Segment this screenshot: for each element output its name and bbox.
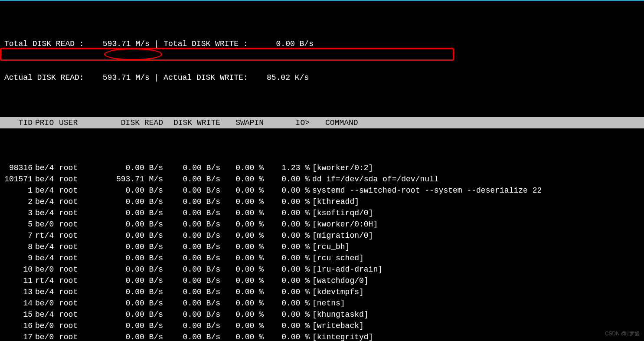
cell-user: root xyxy=(59,207,89,219)
cell-tid: 10 xyxy=(0,264,33,275)
cell-tid: 98316 xyxy=(0,162,33,174)
cell-user: root xyxy=(59,241,89,252)
cell-prio: be/0 xyxy=(33,298,59,309)
cell-tid: 15 xyxy=(0,309,33,320)
cell-dw: 0.00 B/s xyxy=(168,286,225,298)
cell-cmd: [kthreadd] xyxy=(312,196,644,207)
cell-sw: 0.00 % xyxy=(225,207,266,219)
cell-dw: 0.00 B/s xyxy=(168,230,225,241)
process-row: 3be/4root0.00 B/s0.00 B/s0.00 %0.00 %[ks… xyxy=(0,207,644,219)
total-write-value: 0.00 B/s xyxy=(253,38,314,49)
cell-sw: 0.00 % xyxy=(225,264,266,275)
cell-prio: be/4 xyxy=(33,162,59,174)
actual-read-label: Actual DISK READ: xyxy=(0,72,88,83)
cell-user: root xyxy=(59,320,89,331)
cell-sw: 0.00 % xyxy=(225,241,266,252)
cell-prio: be/4 xyxy=(33,252,59,264)
cell-user: root xyxy=(59,309,89,320)
cell-user: root xyxy=(59,331,89,341)
cell-io: 0.00 % xyxy=(266,309,312,320)
cell-prio: be/4 xyxy=(33,286,59,298)
col-prio: PRIO xyxy=(33,117,59,128)
cell-sw: 0.00 % xyxy=(225,331,266,341)
cell-prio: be/0 xyxy=(33,264,59,275)
cell-tid: 17 xyxy=(0,331,33,341)
cell-sw: 0.00 % xyxy=(225,275,266,286)
col-diskwrite: DISK WRITE xyxy=(168,117,225,128)
process-row: 11rt/4root0.00 B/s0.00 B/s0.00 %0.00 %[w… xyxy=(0,275,644,286)
cell-io: 0.00 % xyxy=(266,207,312,219)
cell-dw: 0.00 B/s xyxy=(168,219,225,230)
process-row: 2be/4root0.00 B/s0.00 B/s0.00 %0.00 %[kt… xyxy=(0,196,644,207)
cell-dw: 0.00 B/s xyxy=(168,331,225,341)
terminal-output[interactable]: Total DISK READ : 593.71 M/s | Total DIS… xyxy=(0,1,644,341)
cell-user: root xyxy=(59,185,89,196)
col-io: IO> xyxy=(266,117,312,128)
total-read-label: Total DISK READ : xyxy=(0,38,88,49)
cell-io: 0.00 % xyxy=(266,275,312,286)
cell-cmd: [kworker/0:0H] xyxy=(312,219,644,230)
cell-user: root xyxy=(59,298,89,309)
cell-dr: 0.00 B/s xyxy=(89,275,168,286)
cell-dr: 0.00 B/s xyxy=(89,298,168,309)
cell-prio: be/0 xyxy=(33,219,59,230)
cell-tid: 101571 xyxy=(0,174,33,185)
cell-dr: 0.00 B/s xyxy=(89,252,168,264)
col-diskread: DISK READ xyxy=(89,117,168,128)
actual-write-value: 85.02 K/s xyxy=(253,72,309,83)
cell-io: 0.00 % xyxy=(266,252,312,264)
actual-read-value: 593.71 M/s xyxy=(88,72,149,83)
cell-cmd: [rcu_sched] xyxy=(312,252,644,264)
cell-dr: 0.00 B/s xyxy=(89,320,168,331)
cell-prio: be/4 xyxy=(33,309,59,320)
cell-dr: 0.00 B/s xyxy=(89,162,168,174)
cell-tid: 5 xyxy=(0,219,33,230)
cell-user: root xyxy=(59,174,89,185)
process-row: 98316be/4root0.00 B/s0.00 B/s0.00 %1.23 … xyxy=(0,162,644,174)
col-swapin: SWAPIN xyxy=(225,117,266,128)
cell-sw: 0.00 % xyxy=(225,286,266,298)
col-command: COMMAND xyxy=(312,117,644,128)
summary-total: Total DISK READ : 593.71 M/s | Total DIS… xyxy=(0,38,644,49)
col-tid: TID xyxy=(0,117,33,128)
cell-dr: 0.00 B/s xyxy=(89,196,168,207)
cell-user: root xyxy=(59,230,89,241)
process-row: 17be/0root0.00 B/s0.00 B/s0.00 %0.00 %[k… xyxy=(0,331,644,341)
cell-prio: be/4 xyxy=(33,174,59,185)
cell-cmd: [ksoftirqd/0] xyxy=(312,207,644,219)
cell-user: root xyxy=(59,252,89,264)
cell-dr: 0.00 B/s xyxy=(89,219,168,230)
cell-dw: 0.00 B/s xyxy=(168,320,225,331)
cell-cmd: [rcu_bh] xyxy=(312,241,644,252)
cell-dr: 0.00 B/s xyxy=(89,241,168,252)
cell-cmd: dd if=/dev/sda of=/dev/null xyxy=(312,174,644,185)
cell-io: 0.00 % xyxy=(266,320,312,331)
cell-sw: 0.00 % xyxy=(225,298,266,309)
cell-io: 0.00 % xyxy=(266,286,312,298)
cell-sw: 0.00 % xyxy=(225,230,266,241)
cell-tid: 16 xyxy=(0,320,33,331)
cell-dw: 0.00 B/s xyxy=(168,252,225,264)
cell-dw: 0.00 B/s xyxy=(168,264,225,275)
cell-prio: rt/4 xyxy=(33,230,59,241)
cell-cmd: [kintegrityd] xyxy=(312,331,644,341)
cell-dr: 0.00 B/s xyxy=(89,185,168,196)
cell-user: root xyxy=(59,196,89,207)
cell-io: 0.00 % xyxy=(266,219,312,230)
cell-dw: 0.00 B/s xyxy=(168,241,225,252)
cell-user: root xyxy=(59,264,89,275)
cell-tid: 11 xyxy=(0,275,33,286)
cell-cmd: [kworker/0:2] xyxy=(312,162,644,174)
cell-tid: 8 xyxy=(0,241,33,252)
process-row: 101571be/4root593.71 M/s0.00 B/s0.00 %0.… xyxy=(0,174,644,185)
cell-io: 1.23 % xyxy=(266,162,312,174)
cell-io: 0.00 % xyxy=(266,185,312,196)
cell-io: 0.00 % xyxy=(266,298,312,309)
cell-tid: 3 xyxy=(0,207,33,219)
cell-prio: be/0 xyxy=(33,320,59,331)
watermark: CSDN @L罗盛 xyxy=(605,328,640,339)
cell-dw: 0.00 B/s xyxy=(168,162,225,174)
cell-dw: 0.00 B/s xyxy=(168,185,225,196)
cell-io: 0.00 % xyxy=(266,331,312,341)
cell-sw: 0.00 % xyxy=(225,162,266,174)
